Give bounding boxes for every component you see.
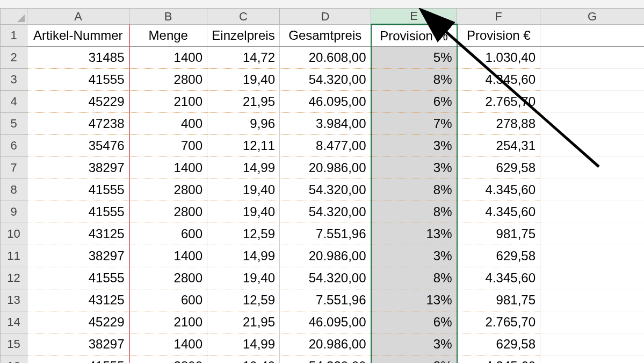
spreadsheet-grid[interactable]: A B C D E F G 1 Artikel-Nummer Menge Ein… <box>0 8 644 363</box>
cell-A6[interactable]: 35476 <box>27 135 129 157</box>
cell-B7[interactable]: 1400 <box>129 157 207 179</box>
cell-E12[interactable]: 8% <box>371 267 457 289</box>
cell-B14[interactable]: 2100 <box>129 311 207 333</box>
cell-F3[interactable]: 4.345,60 <box>457 69 540 91</box>
cell-F15[interactable]: 629,58 <box>457 333 540 355</box>
cell-D6[interactable]: 8.477,00 <box>280 135 371 157</box>
column-header-B[interactable]: B <box>129 9 207 25</box>
cell-B11[interactable]: 1400 <box>129 245 207 267</box>
row-header-8[interactable]: 8 <box>1 179 27 201</box>
cell-G13[interactable] <box>540 289 645 311</box>
cell-F10[interactable]: 981,75 <box>457 223 540 245</box>
cell-G14[interactable] <box>540 311 645 333</box>
cell-C7[interactable]: 14,99 <box>207 157 280 179</box>
cell-E14[interactable]: 6% <box>371 311 457 333</box>
cell-D8[interactable]: 54.320,00 <box>280 179 371 201</box>
row-header-6[interactable]: 6 <box>1 135 27 157</box>
cell-E3[interactable]: 8% <box>371 69 457 91</box>
cell-A7[interactable]: 38297 <box>27 157 129 179</box>
cell-G5[interactable] <box>540 113 645 135</box>
row-header-12[interactable]: 12 <box>1 267 27 289</box>
table-row[interactable]: 63547670012,118.477,003%254,31 <box>1 135 645 157</box>
cell-B1[interactable]: Menge <box>129 25 207 47</box>
cell-F12[interactable]: 4.345,60 <box>457 267 540 289</box>
cell-D16[interactable]: 54.320,00 <box>280 355 371 364</box>
cell-D1[interactable]: Gesamtpreis <box>280 25 371 47</box>
cell-C6[interactable]: 12,11 <box>207 135 280 157</box>
cell-D7[interactable]: 20.986,00 <box>280 157 371 179</box>
column-header-row[interactable]: A B C D E F G <box>1 9 645 25</box>
cell-E13[interactable]: 13% <box>371 289 457 311</box>
table-row[interactable]: 1538297140014,9920.986,003%629,58 <box>1 333 645 355</box>
cell-G3[interactable] <box>540 69 645 91</box>
cell-G6[interactable] <box>540 135 645 157</box>
table-row[interactable]: 445229210021,9546.095,006%2.765,70 <box>1 91 645 113</box>
row-header-10[interactable]: 10 <box>1 223 27 245</box>
cell-F14[interactable]: 2.765,70 <box>457 311 540 333</box>
cell-G2[interactable] <box>540 47 645 69</box>
table-header-row[interactable]: 1 Artikel-Nummer Menge Einzelpreis Gesam… <box>1 25 645 47</box>
cell-A11[interactable]: 38297 <box>27 245 129 267</box>
row-header-4[interactable]: 4 <box>1 91 27 113</box>
table-row[interactable]: 5472384009,963.984,007%278,88 <box>1 113 645 135</box>
cell-D15[interactable]: 20.986,00 <box>280 333 371 355</box>
row-header-16[interactable]: 16 <box>1 355 27 364</box>
cell-A14[interactable]: 45229 <box>27 311 129 333</box>
table-row[interactable]: 1641555280019,4054.320,008%4.345,60 <box>1 355 645 364</box>
cell-C10[interactable]: 12,59 <box>207 223 280 245</box>
cell-C4[interactable]: 21,95 <box>207 91 280 113</box>
cell-A12[interactable]: 41555 <box>27 267 129 289</box>
table-row[interactable]: 1241555280019,4054.320,008%4.345,60 <box>1 267 645 289</box>
cell-G7[interactable] <box>540 157 645 179</box>
cell-B3[interactable]: 2800 <box>129 69 207 91</box>
row-header-14[interactable]: 14 <box>1 311 27 333</box>
cell-F5[interactable]: 278,88 <box>457 113 540 135</box>
cell-A3[interactable]: 41555 <box>27 69 129 91</box>
cell-C9[interactable]: 19,40 <box>207 201 280 223</box>
table-row[interactable]: 841555280019,4054.320,008%4.345,60 <box>1 179 645 201</box>
cell-F8[interactable]: 4.345,60 <box>457 179 540 201</box>
column-header-C[interactable]: C <box>207 9 280 25</box>
cell-A1[interactable]: Artikel-Nummer <box>27 25 129 47</box>
column-header-G[interactable]: G <box>540 9 645 25</box>
cell-A5[interactable]: 47238 <box>27 113 129 135</box>
column-header-F[interactable]: F <box>457 9 540 25</box>
cell-G10[interactable] <box>540 223 645 245</box>
cell-F13[interactable]: 981,75 <box>457 289 540 311</box>
cell-E1[interactable]: Provision % <box>371 25 457 47</box>
cell-E9[interactable]: 8% <box>371 201 457 223</box>
cell-C14[interactable]: 21,95 <box>207 311 280 333</box>
table-row[interactable]: 1138297140014,9920.986,003%629,58 <box>1 245 645 267</box>
cell-G11[interactable] <box>540 245 645 267</box>
cell-A13[interactable]: 43125 <box>27 289 129 311</box>
cell-B13[interactable]: 600 <box>129 289 207 311</box>
row-header-7[interactable]: 7 <box>1 157 27 179</box>
cell-E10[interactable]: 13% <box>371 223 457 245</box>
grid-body[interactable]: 1 Artikel-Nummer Menge Einzelpreis Gesam… <box>1 25 645 364</box>
row-header-15[interactable]: 15 <box>1 333 27 355</box>
table-row[interactable]: 341555280019,4054.320,008%4.345,60 <box>1 69 645 91</box>
cell-D13[interactable]: 7.551,96 <box>280 289 371 311</box>
cell-E7[interactable]: 3% <box>371 157 457 179</box>
cell-E15[interactable]: 3% <box>371 333 457 355</box>
cell-C15[interactable]: 14,99 <box>207 333 280 355</box>
row-header-9[interactable]: 9 <box>1 201 27 223</box>
row-header-1[interactable]: 1 <box>1 25 27 47</box>
table-row[interactable]: 134312560012,597.551,9613%981,75 <box>1 289 645 311</box>
cell-G8[interactable] <box>540 179 645 201</box>
cell-D11[interactable]: 20.986,00 <box>280 245 371 267</box>
cell-A4[interactable]: 45229 <box>27 91 129 113</box>
table-row[interactable]: 1445229210021,9546.095,006%2.765,70 <box>1 311 645 333</box>
cell-F7[interactable]: 629,58 <box>457 157 540 179</box>
cell-C13[interactable]: 12,59 <box>207 289 280 311</box>
cell-C1[interactable]: Einzelpreis <box>207 25 280 47</box>
column-header-A[interactable]: A <box>27 9 129 25</box>
cell-F2[interactable]: 1.030,40 <box>457 47 540 69</box>
cell-D4[interactable]: 46.095,00 <box>280 91 371 113</box>
cell-F11[interactable]: 629,58 <box>457 245 540 267</box>
cell-E16[interactable]: 8% <box>371 355 457 364</box>
cell-E2[interactable]: 5% <box>371 47 457 69</box>
cell-B8[interactable]: 2800 <box>129 179 207 201</box>
cell-D10[interactable]: 7.551,96 <box>280 223 371 245</box>
cell-A10[interactable]: 43125 <box>27 223 129 245</box>
